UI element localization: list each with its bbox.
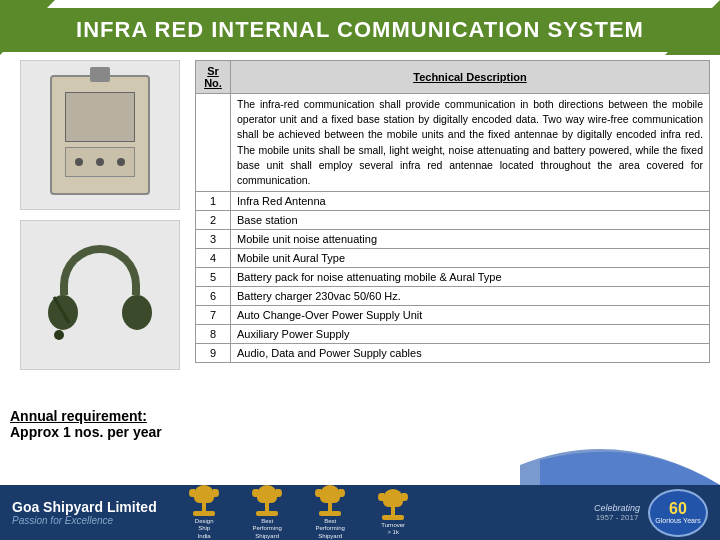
table-row: 5Battery pack for noise attenuating mobi… xyxy=(196,268,710,287)
col-header-srno: Sr No. xyxy=(196,61,231,94)
trophy-4: Turnover> 1k xyxy=(366,489,421,536)
headset-image xyxy=(20,220,180,370)
annual-requirement-section: Annual requirement: Approx 1 nos. per ye… xyxy=(10,408,190,440)
table-row: 8Auxiliary Power Supply xyxy=(196,325,710,344)
wall-bracket xyxy=(90,67,110,82)
control-dot-2 xyxy=(96,158,104,166)
main-content-area: Sr No. Technical Description The infra-r… xyxy=(195,60,710,380)
trophy-stem-3 xyxy=(328,503,332,511)
cell-desc-6: Battery charger 230vac 50/60 Hz. xyxy=(231,287,710,306)
glorious-years-label: Glorious Years xyxy=(655,517,701,524)
trophy-1: DesignShipIndia xyxy=(177,485,232,540)
table-row: 1Infra Red Antenna xyxy=(196,192,710,211)
control-dot-3 xyxy=(117,158,125,166)
trophy-label-1: DesignShipIndia xyxy=(195,518,214,540)
table-row: 7Auto Change-Over Power Supply Unit xyxy=(196,306,710,325)
trophy-stem-2 xyxy=(265,503,269,511)
trophy-label-2: BestPerformingShipyard xyxy=(253,518,282,540)
trophy-cup-3 xyxy=(320,485,340,503)
years-badge: 60 Glorious Years xyxy=(648,489,708,537)
annual-requirement-title: Annual requirement: xyxy=(10,408,190,424)
product-images-area xyxy=(10,60,190,410)
trophy-cup-2 xyxy=(257,485,277,503)
wall-unit-image xyxy=(20,60,180,210)
page-title: INFRA RED INTERNAL COMMUNICATION SYSTEM xyxy=(76,17,644,43)
cell-srno-4: 4 xyxy=(196,249,231,268)
trophy-cup-1 xyxy=(194,485,214,503)
trophy-base-2 xyxy=(256,511,278,516)
trophy-cup-4 xyxy=(383,489,403,507)
cell-srno-2: 2 xyxy=(196,211,231,230)
table-row: 4Mobile unit Aural Type xyxy=(196,249,710,268)
control-dot-1 xyxy=(75,158,83,166)
cell-srno-7: 7 xyxy=(196,306,231,325)
years-number: 60 xyxy=(669,501,687,517)
trophy-label-4: Turnover> 1k xyxy=(381,522,405,536)
company-name: Goa Shipyard Limited xyxy=(12,499,157,515)
table-row: 2Base station xyxy=(196,211,710,230)
table-row: 9Audio, Data and Power Supply cables xyxy=(196,344,710,363)
celebrating-text: Celebrating xyxy=(594,503,640,513)
trophies-area: DesignShipIndia BestPerformingShipyard B… xyxy=(177,485,594,540)
company-tagline: Passion for Excellence xyxy=(12,515,157,526)
trophy-base-4 xyxy=(382,515,404,520)
cell-desc-3: Mobile unit noise attenuating xyxy=(231,230,710,249)
cell-srno-1: 1 xyxy=(196,192,231,211)
cell-srno-3: 3 xyxy=(196,230,231,249)
trophy-base-3 xyxy=(319,511,341,516)
cell-srno-9: 9 xyxy=(196,344,231,363)
cell-srno-6: 6 xyxy=(196,287,231,306)
company-logo: Goa Shipyard Limited Passion for Excelle… xyxy=(12,499,157,526)
headset-mic-tip xyxy=(54,330,64,340)
headset-arc xyxy=(60,245,140,295)
footer-bar: Goa Shipyard Limited Passion for Excelle… xyxy=(0,485,720,540)
cell-desc-5: Battery pack for noise attenuating mobil… xyxy=(231,268,710,287)
trophy-label-3: BestPerformingShipyard xyxy=(316,518,345,540)
cell-srno-8: 8 xyxy=(196,325,231,344)
cell-desc-4: Mobile unit Aural Type xyxy=(231,249,710,268)
wall-controls xyxy=(65,147,135,177)
cell-desc-7: Auto Change-Over Power Supply Unit xyxy=(231,306,710,325)
cell-desc-2: Base station xyxy=(231,211,710,230)
celebration-area: Celebrating 1957 - 2017 60 Glorious Year… xyxy=(594,489,708,537)
specs-table: Sr No. Technical Description The infra-r… xyxy=(195,60,710,363)
cell-desc-8: Auxiliary Power Supply xyxy=(231,325,710,344)
trophy-2: BestPerformingShipyard xyxy=(240,485,295,540)
year-range: 1957 - 2017 xyxy=(596,513,639,522)
trophy-stem-1 xyxy=(202,503,206,511)
table-row: 6Battery charger 230vac 50/60 Hz. xyxy=(196,287,710,306)
blue-curve-decoration xyxy=(520,405,720,485)
wall-device xyxy=(50,75,150,195)
cell-desc-1: Infra Red Antenna xyxy=(231,192,710,211)
trophy-base-1 xyxy=(193,511,215,516)
headset-right-cup xyxy=(122,295,152,330)
col-header-desc: Technical Description xyxy=(231,61,710,94)
cell-srno-intro xyxy=(196,94,231,192)
header-banner: INFRA RED INTERNAL COMMUNICATION SYSTEM xyxy=(0,8,720,52)
cell-srno-5: 5 xyxy=(196,268,231,287)
wall-screen xyxy=(65,92,135,142)
table-row-intro: The infra-red communication shall provid… xyxy=(196,94,710,192)
trophy-3: BestPerformingShipyard xyxy=(303,485,358,540)
cell-desc-9: Audio, Data and Power Supply cables xyxy=(231,344,710,363)
annual-requirement-text: Approx 1 nos. per year xyxy=(10,424,190,440)
cell-desc-intro: The infra-red communication shall provid… xyxy=(231,94,710,192)
headset-device xyxy=(40,240,160,350)
trophy-stem-4 xyxy=(391,507,395,515)
table-row: 3Mobile unit noise attenuating xyxy=(196,230,710,249)
